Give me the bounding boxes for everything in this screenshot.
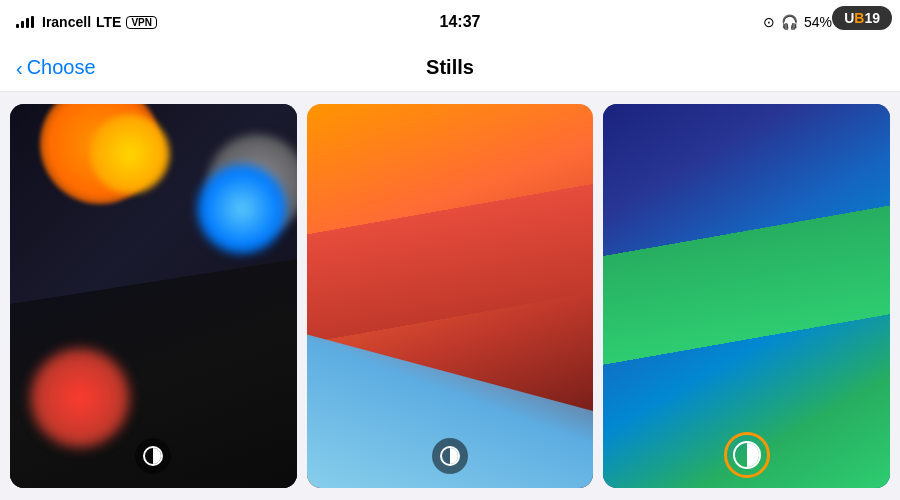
- watermark-text: UB19: [844, 10, 880, 26]
- toggle-icon-2: [440, 446, 460, 466]
- toggle-icon-1: [143, 446, 163, 466]
- selected-indicator: [724, 432, 770, 478]
- watermark-number: 19: [864, 10, 880, 26]
- status-time: 14:37: [440, 13, 481, 31]
- toggle-icon-3: [733, 441, 761, 469]
- toggle-half-1: [153, 448, 161, 464]
- wallpaper-item-3[interactable]: [603, 104, 890, 488]
- signal-bar-3: [26, 18, 29, 28]
- nav-title: Stills: [426, 56, 474, 79]
- blob-red: [30, 348, 130, 448]
- lock-icon: ⊙: [763, 14, 775, 30]
- network-type-label: LTE: [96, 14, 121, 30]
- signal-bar-4: [31, 16, 34, 28]
- watermark-prefix: U: [844, 10, 854, 26]
- carrier-label: Irancell: [42, 14, 91, 30]
- signal-bar-2: [21, 21, 24, 28]
- vpn-badge: VPN: [126, 16, 157, 29]
- status-left: Irancell LTE VPN: [16, 14, 157, 30]
- wallpaper-grid: [0, 92, 900, 500]
- watermark: UB19: [832, 6, 892, 30]
- wallpaper-2-toggle[interactable]: [432, 438, 468, 474]
- status-bar: Irancell LTE VPN 14:37 ⊙ 🎧 54% ⚡: [0, 0, 900, 44]
- wallpaper-item-2[interactable]: [307, 104, 594, 488]
- blob-yellow: [90, 114, 170, 194]
- wallpaper-1-toggle[interactable]: [135, 438, 171, 474]
- toggle-half-3: [747, 443, 759, 467]
- back-button[interactable]: ‹ Choose: [16, 56, 96, 79]
- toggle-half-2: [450, 448, 458, 464]
- signal-bar-1: [16, 24, 19, 28]
- blob-blue: [197, 164, 287, 254]
- headphone-icon: 🎧: [781, 14, 798, 30]
- back-label[interactable]: Choose: [27, 56, 96, 79]
- watermark-orange-b: B: [854, 10, 864, 26]
- wallpaper-item-1[interactable]: [10, 104, 297, 488]
- battery-percent: 54%: [804, 14, 832, 30]
- wallpaper-3-shape: [603, 104, 890, 488]
- nav-bar: ‹ Choose Stills: [0, 44, 900, 92]
- signal-bars: [16, 16, 34, 28]
- back-chevron-icon: ‹: [16, 58, 23, 78]
